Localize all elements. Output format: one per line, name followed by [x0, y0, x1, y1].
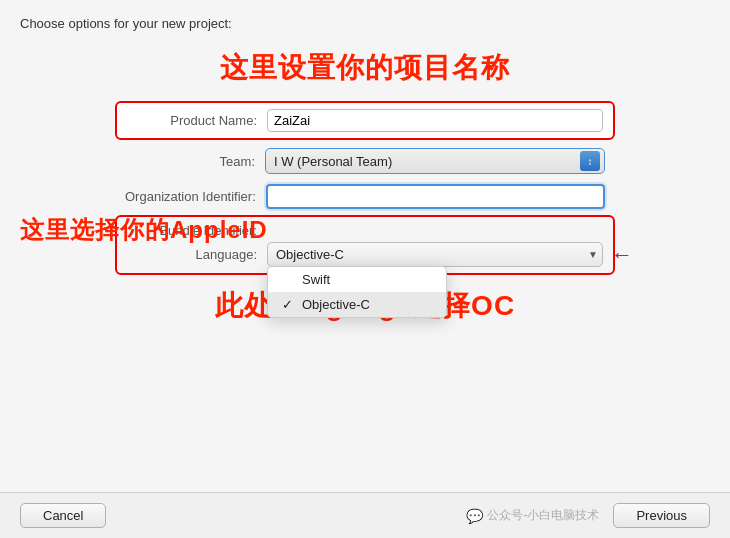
team-dropdown-arrow: ↕: [580, 151, 600, 171]
watermark: 💬 公众号-小白电脑技术: [466, 507, 599, 524]
previous-button[interactable]: Previous: [613, 503, 710, 528]
watermark-text: 公众号-小白电脑技术: [487, 507, 599, 524]
dropdown-item-swift[interactable]: Swift: [268, 267, 446, 292]
team-label: Team:: [125, 154, 265, 169]
dialog-footer: Cancel 💬 公众号-小白电脑技术 Previous: [0, 492, 730, 538]
dialog: Choose options for your new project: 这里设…: [0, 0, 730, 538]
form-container: Product Name: Team: I W (Personal Team) …: [115, 101, 615, 325]
product-name-label: Product Name:: [127, 113, 267, 128]
header-description: Choose options for your new project:: [20, 16, 232, 31]
language-label: Language:: [127, 247, 267, 262]
dialog-header: Choose options for your new project:: [0, 0, 730, 39]
team-select-value: I W (Personal Team): [270, 152, 576, 171]
language-dropdown-arrow: ▼: [588, 249, 598, 260]
cancel-button[interactable]: Cancel: [20, 503, 106, 528]
swift-checkmark: [282, 272, 296, 287]
annotation-team: 这里选择你的AppleID: [20, 214, 268, 246]
footer-right: 💬 公众号-小白电脑技术 Previous: [466, 503, 710, 528]
dialog-content: 这里设置你的项目名称 Product Name: Team: I W (Pers…: [0, 39, 730, 492]
language-dropdown-popup: Swift ✓ Objective-C: [267, 266, 447, 318]
product-name-input[interactable]: [267, 109, 603, 132]
wechat-icon: 💬: [466, 508, 483, 524]
team-row: Team: I W (Personal Team) ↕: [115, 144, 615, 178]
dropdown-item-objc[interactable]: ✓ Objective-C: [268, 292, 446, 317]
objc-checkmark: ✓: [282, 297, 296, 312]
product-name-row: Product Name:: [115, 101, 615, 140]
red-arrow-icon: ←: [611, 242, 633, 268]
language-select-value: Objective-C: [272, 245, 584, 264]
swift-label: Swift: [302, 272, 330, 287]
objc-label: Objective-C: [302, 297, 370, 312]
org-identifier-input[interactable]: [266, 184, 605, 209]
language-select[interactable]: Objective-C ▼: [267, 242, 603, 267]
org-identifier-label: Organization Identifier:: [125, 189, 266, 204]
org-identifier-row: Organization Identifier:: [115, 182, 615, 211]
annotation-title: 这里设置你的项目名称: [220, 49, 510, 87]
team-select[interactable]: I W (Personal Team) ↕: [265, 148, 605, 174]
